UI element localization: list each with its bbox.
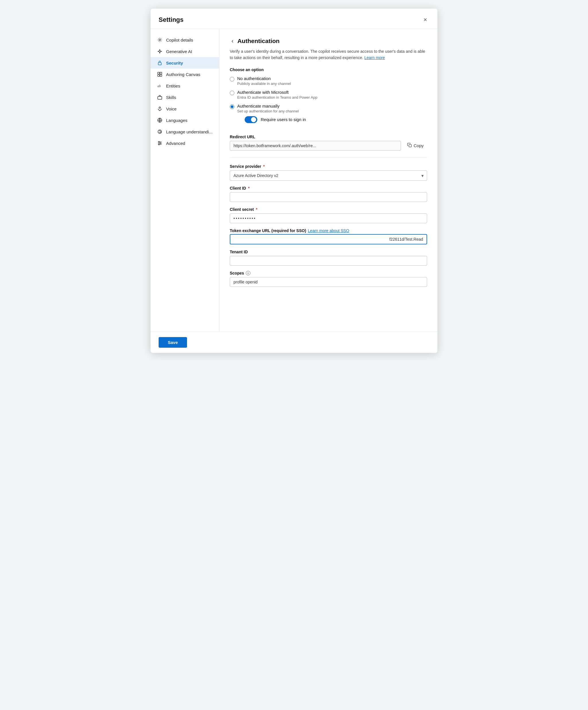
microsoft-auth-sublabel: Entra ID authentication in Teams and Pow… bbox=[237, 95, 317, 99]
divider bbox=[230, 158, 427, 158]
sidebar-label-skills: Skills bbox=[166, 95, 176, 100]
redirect-url-row: Copy bbox=[230, 141, 427, 150]
lock-icon bbox=[157, 60, 163, 66]
settings-dialog: Settings × Copilot details bbox=[150, 8, 438, 353]
svg-rect-18 bbox=[409, 145, 411, 147]
svg-point-0 bbox=[159, 39, 160, 41]
tenant-id-label: Tenant ID bbox=[230, 250, 427, 254]
sidebar-item-entities[interactable]: ab Entities bbox=[150, 80, 219, 92]
service-provider-select[interactable]: Azure Active Directory v2 Generic OAuth … bbox=[230, 170, 427, 181]
sidebar-label-advanced: Advanced bbox=[166, 141, 185, 146]
page-title: Authentication bbox=[237, 38, 280, 45]
sidebar-item-security[interactable]: Security bbox=[150, 57, 219, 69]
sidebar-item-languages[interactable]: Languages bbox=[150, 115, 219, 126]
toggle-label: Require users to sign in bbox=[261, 117, 306, 122]
microsoft-auth-radio[interactable] bbox=[230, 91, 234, 95]
copy-button[interactable]: Copy bbox=[404, 141, 427, 150]
token-exchange-label: Token exchange URL (required for SSO) bbox=[230, 228, 306, 233]
radio-microsoft-auth: Authenticate with Microsoft Entra ID aut… bbox=[230, 90, 427, 99]
client-id-input[interactable] bbox=[230, 192, 427, 202]
manual-auth-radio[interactable] bbox=[230, 104, 234, 109]
sidebar-label-security: Security bbox=[166, 61, 183, 65]
toggle-control[interactable] bbox=[245, 116, 257, 123]
svg-rect-4 bbox=[158, 75, 160, 76]
client-secret-required: * bbox=[255, 207, 257, 212]
sidebar-item-copilot-details[interactable]: Copilot details bbox=[150, 34, 219, 46]
dialog-header: Settings × bbox=[150, 8, 438, 29]
client-id-required: * bbox=[247, 186, 250, 190]
redirect-url-input[interactable] bbox=[230, 141, 401, 150]
grid-icon bbox=[157, 71, 163, 77]
advanced-icon bbox=[157, 140, 163, 146]
scopes-input[interactable] bbox=[230, 277, 427, 287]
sidebar-label-entities: Entities bbox=[166, 84, 180, 88]
section-header: ‹ Authentication bbox=[230, 37, 427, 45]
token-exchange-label-row: Token exchange URL (required for SSO) Le… bbox=[230, 228, 427, 233]
sidebar-label-voice: Voice bbox=[166, 106, 177, 111]
client-secret-label: Client secret * bbox=[230, 207, 427, 212]
tenant-id-input[interactable] bbox=[230, 256, 427, 266]
sso-learn-more-link[interactable]: Learn more about SSO bbox=[308, 228, 349, 233]
toggle-row: Require users to sign in bbox=[245, 116, 427, 123]
svg-point-15 bbox=[159, 141, 160, 143]
choose-option-label: Choose an option bbox=[230, 67, 427, 72]
sparkle-icon bbox=[157, 48, 163, 54]
svg-rect-1 bbox=[158, 63, 162, 65]
sidebar-item-generative-ai[interactable]: Generative AI bbox=[150, 46, 219, 57]
main-content: ‹ Authentication Verify a user's identit… bbox=[219, 29, 438, 332]
sidebar-item-authoring-canvas[interactable]: Authoring Canvas bbox=[150, 69, 219, 80]
client-secret-input[interactable] bbox=[230, 213, 427, 223]
sidebar-item-voice[interactable]: Voice bbox=[150, 103, 219, 115]
svg-rect-2 bbox=[158, 72, 160, 74]
service-provider-required: * bbox=[262, 164, 265, 169]
redirect-url-group: Redirect URL Copy bbox=[230, 135, 427, 150]
token-exchange-group: Token exchange URL (required for SSO) Le… bbox=[230, 228, 427, 244]
languages-icon bbox=[157, 117, 163, 123]
svg-rect-5 bbox=[160, 75, 162, 76]
service-provider-group: Service provider * Azure Active Director… bbox=[230, 164, 427, 181]
dialog-title: Settings bbox=[159, 16, 184, 24]
microsoft-auth-label: Authenticate with Microsoft bbox=[237, 90, 317, 95]
svg-rect-3 bbox=[160, 72, 162, 74]
client-secret-group: Client secret * bbox=[230, 207, 427, 223]
copy-icon bbox=[407, 143, 412, 148]
learn-more-link[interactable]: Learn more bbox=[364, 55, 385, 60]
scopes-label: Scopes bbox=[230, 271, 244, 276]
sidebar-item-language-understanding[interactable]: Language understandi... bbox=[150, 126, 219, 137]
no-auth-sublabel: Publicly available in any channel bbox=[237, 81, 291, 86]
copy-label: Copy bbox=[414, 143, 424, 148]
radio-manual-auth: Authenticate manually Set up authenticat… bbox=[230, 103, 427, 128]
section-description: Verify a user's identity during a conver… bbox=[230, 48, 427, 61]
client-id-group: Client ID * bbox=[230, 186, 427, 202]
gear-icon bbox=[157, 37, 163, 43]
svg-point-8 bbox=[159, 107, 160, 109]
redirect-url-label: Redirect URL bbox=[230, 135, 427, 139]
manual-options: Require users to sign in bbox=[245, 116, 427, 123]
manual-auth-label: Authenticate manually bbox=[237, 103, 427, 109]
svg-point-16 bbox=[160, 143, 161, 144]
sidebar-item-advanced[interactable]: Advanced bbox=[150, 137, 219, 149]
svg-text:ab: ab bbox=[158, 84, 161, 88]
briefcase-icon bbox=[157, 94, 163, 100]
info-icon[interactable]: i bbox=[246, 271, 251, 276]
svg-point-17 bbox=[159, 144, 160, 145]
token-exchange-input[interactable] bbox=[230, 234, 427, 244]
scopes-group: Scopes i bbox=[230, 271, 427, 287]
voice-icon bbox=[157, 106, 163, 112]
svg-rect-7 bbox=[158, 96, 162, 99]
sidebar: Copilot details Generative AI bbox=[150, 29, 219, 332]
no-auth-radio[interactable] bbox=[230, 77, 234, 81]
close-button[interactable]: × bbox=[421, 15, 429, 25]
service-provider-select-wrapper: Azure Active Directory v2 Generic OAuth … bbox=[230, 170, 427, 181]
sidebar-label-authoring-canvas: Authoring Canvas bbox=[166, 72, 200, 77]
radio-no-auth: No authentication Publicly available in … bbox=[230, 76, 427, 86]
save-button[interactable]: Save bbox=[159, 337, 187, 348]
sidebar-label-languages: Languages bbox=[166, 118, 187, 123]
tenant-id-group: Tenant ID bbox=[230, 250, 427, 266]
sidebar-item-skills[interactable]: Skills bbox=[150, 92, 219, 103]
radio-group: No authentication Publicly available in … bbox=[230, 76, 427, 128]
manual-auth-sublabel: Set up authentication for any channel bbox=[237, 109, 427, 113]
sidebar-label-generative-ai: Generative AI bbox=[166, 49, 192, 54]
back-button[interactable]: ‹ bbox=[230, 37, 235, 45]
ab-icon: ab bbox=[157, 83, 163, 89]
